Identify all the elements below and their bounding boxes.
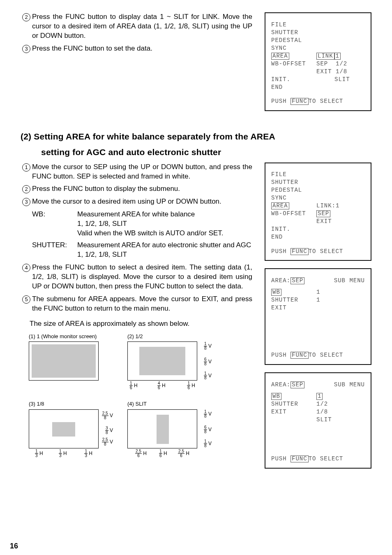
top-instructions: 2 Press the FUNC button to display data …	[21, 12, 252, 118]
shutter-description: Measurement AREA for auto electronic shu…	[77, 241, 252, 260]
menu-screen-2: FILE SHUTTER PEDESTAL SYNC AREALINK:1 WB…	[265, 163, 371, 261]
menu-screen-3: AREA:SEP SUB MENU WB1 SHUTTER1 EXIT PUSH…	[265, 268, 371, 365]
step-marker-4: 4	[22, 264, 30, 272]
diagram-1	[29, 341, 99, 381]
diagram-4-label: (4) SLIT	[127, 400, 214, 408]
step-marker-2b: 2	[22, 185, 30, 193]
menu-screen-1: FILE SHUTTER PEDESTAL SYNC AREA LINK1 WB…	[265, 12, 371, 111]
step-marker-3b: 3	[22, 198, 30, 206]
size-note: The size of AREA is approximately as sho…	[30, 319, 252, 329]
area-diagrams: (1) 1 (Whole monitor screen) (2) 1/2 18 …	[21, 333, 252, 460]
wb-description: Measurement AREA for white balance 1, 1/…	[77, 210, 252, 238]
step-marker-5: 5	[22, 295, 30, 304]
diagram-1-label: (1) 1 (Whole monitor screen)	[29, 333, 115, 340]
section-2-heading: (2) Setting AREA for white balance separ…	[21, 131, 371, 158]
shutter-label: SHUTTER:	[32, 241, 77, 260]
func-button: FUNC	[291, 98, 309, 105]
menu-screen-4: AREA:SEP SUB MENU WB1 SHUTTER1/2 EXIT1/8…	[265, 372, 371, 469]
step-marker-3: 3	[22, 45, 30, 53]
wb-label: WB:	[32, 210, 77, 238]
diagram-3: 2.58 V 38 V 2.58 V 13 H 13 H 13 H	[29, 409, 99, 448]
top-step-3: Press the FUNC button to set the data.	[32, 44, 252, 53]
step-marker-2: 2	[22, 13, 30, 21]
middle-instructions: 1 Move the cursor to SEP using the UP or…	[21, 163, 252, 476]
link-value: 1	[334, 53, 341, 60]
top-step-2: Press the FUNC button to display data 1 …	[32, 12, 252, 41]
diagram-2: 18 V 68 V 18 V 16 H 46 H 16 H	[127, 341, 197, 381]
diagram-4: 18 V 68 V 18 V 2.56 H 16 H 2.56 H	[127, 409, 197, 448]
link-highlight: LINK	[316, 53, 334, 60]
step-marker-1: 1	[22, 163, 30, 172]
diagram-3-label: (3) 1/8	[29, 400, 115, 408]
area-highlight: AREA	[271, 53, 289, 60]
diagram-2-label: (2) 1/2	[127, 333, 214, 340]
